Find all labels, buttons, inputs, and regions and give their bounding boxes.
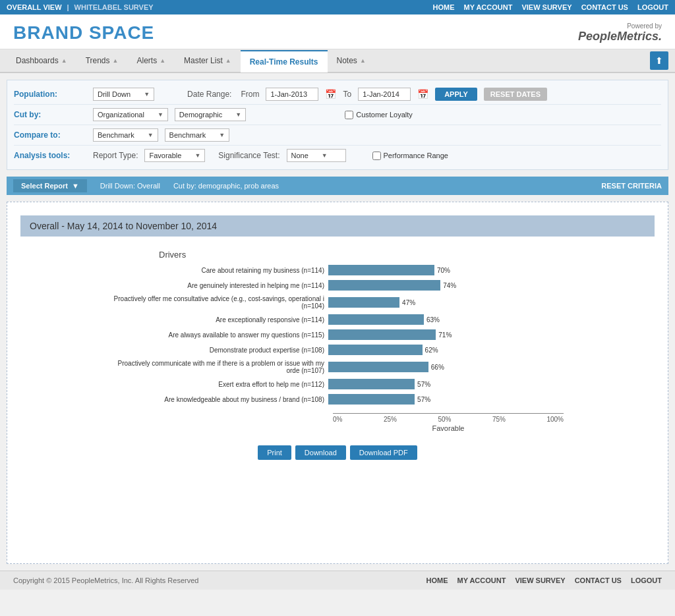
to-calendar-icon[interactable]: 📅 bbox=[417, 89, 428, 99]
population-label: Population: bbox=[14, 90, 86, 99]
notes-arrow: ▲ bbox=[360, 57, 366, 64]
trends-arrow: ▲ bbox=[113, 57, 119, 64]
nav-separator: | bbox=[67, 3, 69, 11]
tab-alerts[interactable]: Alerts ▲ bbox=[127, 49, 175, 72]
bar-label-8: Are knowledgeable about my business / br… bbox=[107, 396, 324, 403]
logout-link-top[interactable]: LOGOUT bbox=[637, 3, 668, 11]
to-date-input[interactable]: 1-Jan-2014 bbox=[358, 88, 411, 101]
from-calendar-icon[interactable]: 📅 bbox=[325, 89, 336, 99]
performance-range-label[interactable]: Performance Range bbox=[372, 152, 448, 160]
bar-value-4: 71% bbox=[438, 331, 452, 339]
analysis-tools-row: Analysis tools: Report Type: Favorable ▼… bbox=[14, 146, 661, 165]
bar-label-7: Exert extra effort to help me (n=112) bbox=[107, 381, 324, 388]
top-nav-left: OVERALL VIEW | WHITELABEL SURVEY bbox=[7, 3, 154, 11]
bar-fill-0 bbox=[328, 265, 434, 275]
customer-loyalty-checkbox[interactable] bbox=[345, 111, 353, 119]
reset-dates-button[interactable]: RESET DATES bbox=[484, 88, 547, 101]
organizational-select[interactable]: Organizational ▼ bbox=[93, 108, 168, 121]
bar-label-6: Proactively communicate with me if there… bbox=[107, 360, 324, 374]
powered-by: Powered by PeopleMetrics. bbox=[578, 22, 662, 43]
x-axis-tick-3: 75% bbox=[492, 416, 506, 423]
drill-down-arrow: ▼ bbox=[144, 91, 150, 98]
from-date-input[interactable]: 1-Jan-2013 bbox=[266, 88, 318, 101]
demographic-arrow: ▼ bbox=[235, 111, 241, 118]
benchmark-1-arrow: ▼ bbox=[148, 132, 154, 138]
reset-criteria-button[interactable]: RESET CRITERIA bbox=[601, 182, 662, 190]
brand-title: BRAND SPACE bbox=[13, 22, 154, 43]
drill-down-text: Drill Down: Overall bbox=[100, 182, 160, 190]
bar-label-3: Are exceptionally responsive (n=114) bbox=[107, 316, 324, 323]
master-list-arrow: ▲ bbox=[225, 57, 231, 64]
home-link-footer[interactable]: HOME bbox=[426, 576, 448, 584]
x-axis-tick-4: 100% bbox=[546, 416, 564, 423]
favorable-arrow: ▼ bbox=[194, 152, 200, 159]
bar-value-8: 57% bbox=[417, 396, 430, 403]
bar-wrapper-8: 57% bbox=[328, 394, 568, 405]
bar-value-6: 66% bbox=[431, 364, 444, 371]
my-account-link-footer[interactable]: MY ACCOUNT bbox=[457, 576, 506, 584]
bar-value-1: 74% bbox=[443, 282, 456, 289]
population-row: Population: Drill Down ▼ Date Range: Fro… bbox=[14, 84, 661, 105]
bar-label-2: Proactively offer me consultative advice… bbox=[107, 295, 324, 310]
export-button[interactable]: ⬆ bbox=[650, 51, 668, 70]
select-report-button[interactable]: Select Report ▼ bbox=[13, 179, 87, 192]
benchmark-select-1[interactable]: Benchmark ▼ bbox=[93, 128, 158, 142]
from-label: From bbox=[241, 90, 259, 99]
whitelabel-survey-link[interactable]: WHITELABEL SURVEY bbox=[74, 3, 154, 11]
drill-down-select[interactable]: Drill Down ▼ bbox=[93, 88, 154, 101]
bar-row-8: Are knowledgeable about my business / br… bbox=[107, 394, 568, 405]
bar-label-0: Care about retaining my business (n=114) bbox=[107, 267, 324, 274]
report-type-label: Report Type: bbox=[93, 151, 138, 160]
bar-fill-8 bbox=[328, 394, 415, 405]
none-select[interactable]: None ▼ bbox=[287, 149, 346, 162]
print-button[interactable]: Print bbox=[258, 445, 291, 460]
download-pdf-button[interactable]: Download PDF bbox=[350, 445, 417, 460]
analysis-tools-label: Analysis tools: bbox=[14, 151, 86, 160]
demographic-select[interactable]: Demographic ▼ bbox=[175, 108, 246, 121]
view-survey-link-top[interactable]: VIEW SURVEY bbox=[521, 3, 572, 11]
main-nav: Dashboards ▲ Trends ▲ Alerts ▲ Master Li… bbox=[0, 49, 675, 73]
apply-button[interactable]: APPLY bbox=[435, 88, 477, 101]
tab-trends[interactable]: Trends ▲ bbox=[76, 49, 128, 72]
bar-value-3: 63% bbox=[426, 316, 440, 323]
footer-copyright: Copyright © 2015 PeopleMetrics, Inc. All… bbox=[13, 576, 198, 584]
customer-loyalty-checkbox-label[interactable]: Customer Loyalty bbox=[345, 111, 413, 119]
footer: Copyright © 2015 PeopleMetrics, Inc. All… bbox=[0, 571, 675, 590]
home-link-top[interactable]: HOME bbox=[432, 3, 454, 11]
controls-area: Population: Drill Down ▼ Date Range: Fro… bbox=[7, 80, 668, 170]
bar-wrapper-5: 62% bbox=[328, 345, 568, 355]
performance-range-checkbox[interactable] bbox=[372, 152, 381, 160]
cut-by-row: Cut by: Organizational ▼ Demographic ▼ C… bbox=[14, 105, 661, 125]
organizational-arrow: ▼ bbox=[158, 111, 163, 118]
contact-us-link-top[interactable]: CONTACT US bbox=[581, 3, 628, 11]
bar-wrapper-2: 47% bbox=[328, 297, 568, 308]
tab-real-time-results[interactable]: Real-Time Results bbox=[241, 50, 328, 72]
bar-row-6: Proactively communicate with me if there… bbox=[107, 360, 568, 374]
bar-wrapper-7: 57% bbox=[328, 379, 568, 389]
compare-to-label: Compare to: bbox=[14, 130, 86, 140]
top-nav-bar: OVERALL VIEW | WHITELABEL SURVEY HOME MY… bbox=[0, 0, 675, 14]
bar-wrapper-4: 71% bbox=[328, 329, 568, 340]
contact-us-link-footer[interactable]: CONTACT US bbox=[575, 576, 622, 584]
tab-notes[interactable]: Notes ▲ bbox=[328, 49, 375, 72]
download-button[interactable]: Download bbox=[295, 445, 346, 460]
favorable-select[interactable]: Favorable ▼ bbox=[144, 149, 205, 162]
tab-master-list[interactable]: Master List ▲ bbox=[175, 49, 241, 72]
top-nav-right: HOME MY ACCOUNT VIEW SURVEY CONTACT US L… bbox=[432, 3, 668, 11]
overall-view-link[interactable]: OVERALL VIEW bbox=[7, 3, 62, 11]
to-label: To bbox=[343, 90, 351, 99]
bar-value-0: 70% bbox=[437, 267, 450, 274]
bar-fill-3 bbox=[328, 314, 424, 325]
bar-wrapper-0: 70% bbox=[328, 265, 568, 275]
significance-test-label: Significance Test: bbox=[218, 151, 279, 160]
header: BRAND SPACE Powered by PeopleMetrics. bbox=[0, 14, 675, 49]
logout-link-footer[interactable]: LOGOUT bbox=[631, 576, 662, 584]
bar-row-5: Demonstrate product expertise (n=108)62% bbox=[107, 345, 568, 355]
tab-dashboards[interactable]: Dashboards ▲ bbox=[7, 49, 76, 72]
view-survey-link-footer[interactable]: VIEW SURVEY bbox=[515, 576, 565, 584]
cut-by-text: Cut by: demographic, prob areas bbox=[173, 182, 279, 190]
compare-to-row: Compare to: Benchmark ▼ Benchmark ▼ bbox=[14, 125, 661, 146]
x-axis-tick-0: 0% bbox=[333, 416, 342, 423]
benchmark-select-2[interactable]: Benchmark ▼ bbox=[165, 128, 230, 142]
my-account-link-top[interactable]: MY ACCOUNT bbox=[463, 3, 512, 11]
